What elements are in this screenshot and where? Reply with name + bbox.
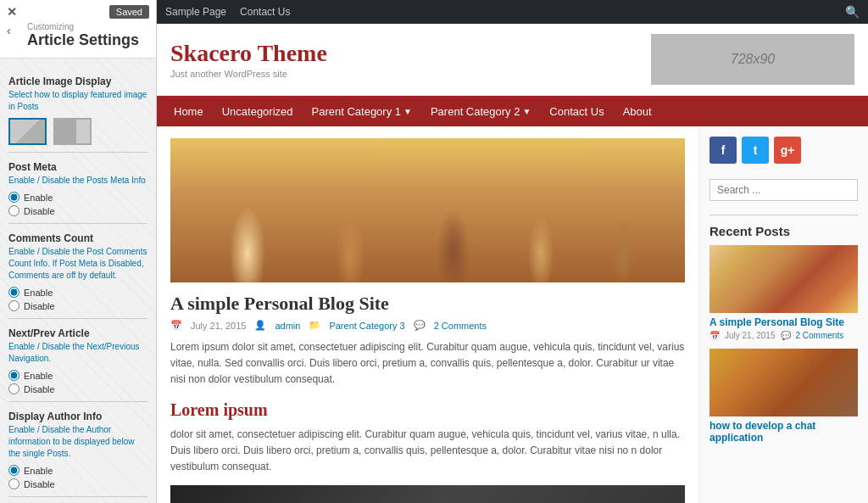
image-option-1-preview	[10, 120, 45, 143]
image-option-1[interactable]	[8, 118, 47, 145]
recent-post-2-title[interactable]: how to develop a chat application	[709, 420, 858, 444]
nextprev-disable[interactable]: Disable	[8, 383, 147, 394]
section-desc-author: Enable / Disable the Author information …	[8, 424, 147, 460]
close-icon[interactable]: ✕	[7, 5, 17, 19]
article-subheading: Lorem ipsum	[170, 400, 685, 420]
section-desc-image: Select how to display featured image in …	[8, 89, 147, 113]
main-content: A simple Personal Blog Site 📅 July 21, 2…	[157, 126, 698, 503]
comments-radio-group: Enable Disable	[8, 287, 147, 311]
left-panel: ✕ Saved Customizing ‹ Article Settings A…	[0, 0, 157, 503]
image-option-2[interactable]	[53, 118, 92, 145]
calendar-icon: 📅	[170, 320, 182, 331]
recent-post-1: A simple Personal Blog Site 📅 July 21, 2…	[709, 245, 858, 340]
nav-contact-us[interactable]: Contact Us	[541, 96, 612, 126]
site-header: Skacero Theme Just another WordPress sit…	[157, 24, 868, 96]
article-bottom-image	[170, 485, 685, 503]
article-body-1: Lorem ipsum dolor sit amet, consectetuer…	[170, 339, 685, 388]
recent-post-2: how to develop a chat application	[709, 349, 858, 444]
recent-post-1-comment-icon: 💬	[781, 331, 791, 340]
author-radio-group: Enable Disable	[8, 465, 147, 489]
post-meta-enable[interactable]: Enable	[8, 192, 147, 203]
section-desc-comments: Enable / Disable the Post Comments Count…	[8, 246, 147, 282]
facebook-button[interactable]: f	[709, 137, 737, 164]
article-author[interactable]: admin	[275, 321, 300, 331]
topbar-sample-page[interactable]: Sample Page	[165, 6, 226, 18]
recent-posts-title: Recent Posts	[709, 224, 858, 238]
customizing-label: Customizing	[27, 22, 139, 31]
nav-about[interactable]: About	[615, 96, 660, 126]
comments-disable[interactable]: Disable	[8, 300, 147, 311]
nextprev-radio-group: Enable Disable	[8, 370, 147, 394]
author-enable[interactable]: Enable	[8, 465, 147, 476]
site-branding: Skacero Theme Just another WordPress sit…	[170, 40, 327, 79]
nav-bar: Home Uncategorized Parent Category 1 ▼ P…	[157, 96, 868, 126]
article-category[interactable]: Parent Category 3	[329, 321, 404, 331]
section-desc-nextprev: Enable / Disable the Next/Previous Navig…	[8, 341, 147, 365]
author-disable[interactable]: Disable	[8, 478, 147, 489]
section-title-nextprev: Next/Prev Article	[8, 327, 147, 339]
article-meta: 📅 July 21, 2015 👤 admin 📁 Parent Categor…	[170, 320, 685, 331]
section-title-comments: Comments Count	[8, 232, 147, 244]
section-title-author: Display Author Info	[8, 411, 147, 422]
sidebar-search-input[interactable]	[709, 179, 858, 201]
article-date: July 21, 2015	[191, 321, 246, 331]
nav-parent-cat-1[interactable]: Parent Category 1 ▼	[303, 96, 420, 126]
top-bar: Sample Page Contact Us 🔍	[157, 0, 868, 24]
recent-post-1-comments[interactable]: 2 Comments	[796, 331, 844, 340]
article-comments[interactable]: 2 Comments	[434, 321, 487, 331]
nav-parent-cat-1-arrow: ▼	[403, 107, 412, 116]
nav-uncategorized[interactable]: Uncategorized	[214, 96, 302, 126]
nav-home[interactable]: Home	[165, 96, 212, 126]
main-area: Sample Page Contact Us 🔍 Skacero Theme J…	[157, 0, 868, 503]
recent-post-2-thumb	[709, 349, 858, 416]
nextprev-enable[interactable]: Enable	[8, 370, 147, 381]
site-tagline: Just another WordPress site	[170, 69, 327, 79]
googleplus-button[interactable]: g+	[774, 137, 801, 164]
recent-post-1-cal-icon: 📅	[709, 331, 720, 340]
post-meta-radio-group: Enable Disable	[8, 192, 147, 216]
article-title: A simple Personal Blog Site	[170, 293, 685, 315]
panel-header: ✕ Saved Customizing ‹ Article Settings	[0, 0, 156, 59]
recent-post-1-meta: 📅 July 21, 2015 💬 2 Comments	[709, 331, 858, 340]
category-icon: 📁	[309, 320, 320, 331]
search-icon[interactable]: 🔍	[845, 5, 860, 19]
sidebar: f t g+ Recent Posts A simple Personal Bl…	[698, 126, 868, 503]
article-body-2: dolor sit amet, consectetuer adipiscing …	[170, 427, 685, 476]
recent-post-1-thumb	[709, 245, 858, 313]
topbar-contact-us[interactable]: Contact Us	[240, 6, 290, 18]
comment-icon: 💬	[414, 320, 426, 331]
nav-parent-cat-2[interactable]: Parent Category 2 ▼	[422, 96, 539, 126]
site-title: Skacero Theme	[170, 40, 327, 67]
saved-badge: Saved	[109, 5, 149, 19]
post-meta-disable[interactable]: Disable	[8, 205, 147, 216]
section-title-post-meta: Post Meta	[8, 161, 147, 173]
panel-content: Article Image Display Select how to disp…	[0, 59, 156, 503]
featured-image-people	[170, 138, 685, 282]
panel-title: Article Settings	[27, 31, 139, 49]
recent-post-1-date: July 21, 2015	[725, 331, 776, 340]
comments-enable[interactable]: Enable	[8, 287, 147, 298]
content-area: A simple Personal Blog Site 📅 July 21, 2…	[157, 126, 868, 503]
image-option-2-preview	[55, 120, 90, 143]
back-arrow[interactable]: ‹	[7, 24, 11, 37]
author-icon: 👤	[254, 320, 266, 331]
recent-post-1-title[interactable]: A simple Personal Blog Site	[709, 316, 858, 328]
ad-banner: 728x90	[651, 34, 854, 85]
section-desc-post-meta: Enable / Disable the Posts Meta Info	[8, 175, 147, 187]
featured-image	[170, 138, 685, 282]
nav-parent-cat-2-arrow: ▼	[522, 107, 531, 116]
image-options	[8, 118, 147, 145]
social-buttons: f t g+	[709, 137, 858, 164]
section-title-image: Article Image Display	[8, 75, 147, 87]
twitter-button[interactable]: t	[742, 137, 769, 164]
